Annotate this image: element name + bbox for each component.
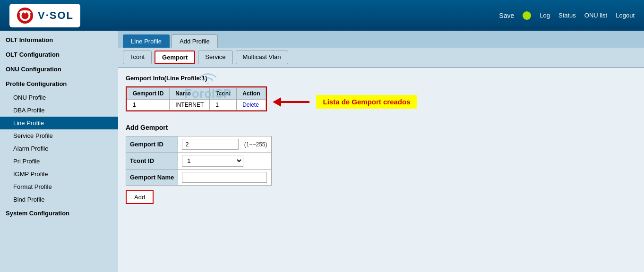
header: V·SOL Save Log Status ONU list Logout [0, 0, 644, 31]
col-header-tcont: Tcont [210, 88, 237, 100]
arrow-head-icon [273, 97, 281, 107]
sidebar-category-profile-config[interactable]: Profile Configuration [0, 76, 118, 91]
annotation-label: Lista de Gemport creados [316, 95, 417, 109]
page-content: Gemport Info(Line Profile:1) Gemport ID … [118, 68, 644, 211]
tab-line-profile[interactable]: Line Profile [123, 34, 170, 48]
sidebar-item-igmp-profile[interactable]: IGMP Profile [0, 168, 118, 180]
sidebar-item-service-profile[interactable]: Service Profile [0, 129, 118, 142]
sidebar-category-olt-config[interactable]: OLT Configuration [0, 47, 118, 62]
table-row: 1 INTERNET 1 Delete [127, 100, 266, 110]
gemport-table-wrapper: Gemport ID Name Tcont Action 1 INTERNET … [126, 86, 267, 111]
cell-tcont: 1 [210, 100, 237, 110]
gemport-name-input[interactable] [182, 172, 267, 183]
logo-text: V·SOL [38, 9, 74, 22]
cell-name: INTERNET [170, 100, 210, 110]
input-cell-gemport-name [178, 170, 271, 186]
input-cell-gemport-id: (1~~255) [178, 136, 271, 153]
gemport-id-range-hint: (1~~255) [244, 141, 267, 148]
cell-gemport-id: 1 [127, 100, 170, 110]
content-area: Line Profile Add Profile Tcont Gemport S… [118, 31, 644, 272]
sidebar-category-onu-config[interactable]: ONU Configuration [0, 62, 118, 76]
onu-list-link[interactable]: ONU list [584, 12, 607, 19]
input-cell-tcont-id: 1 2 3 [178, 153, 271, 170]
sidebar-item-onu-profile[interactable]: ONU Profile [0, 91, 118, 104]
status-indicator [523, 11, 531, 20]
subtab-gemport[interactable]: Gemport [155, 51, 195, 64]
add-button[interactable]: Add [126, 190, 154, 204]
form-row-gemport-id: Gemport ID (1~~255) [126, 136, 272, 153]
col-header-action: Action [237, 88, 266, 100]
sidebar-item-pri-profile[interactable]: Pri Profile [0, 155, 118, 168]
top-tabs-bar: Line Profile Add Profile [118, 31, 644, 48]
label-tcont-id: Tcont ID [126, 153, 178, 170]
sidebar-item-line-profile[interactable]: Line Profile [0, 117, 118, 129]
sidebar-item-bind-profile[interactable]: Bind Profile [0, 193, 118, 206]
gemport-id-input[interactable] [182, 139, 239, 150]
subtab-service[interactable]: Service [198, 51, 232, 64]
form-row-gemport-name: Gemport Name [126, 170, 272, 186]
sub-tabs-bar: Tcont Gemport Service Multicast Vlan [118, 48, 644, 68]
main-layout: OLT Information OLT Configuration ONU Co… [0, 31, 644, 272]
subtab-multicast-vlan[interactable]: Multicast Vlan [236, 51, 288, 64]
col-header-name: Name [170, 88, 210, 100]
arrow-line [281, 101, 309, 103]
logout-link[interactable]: Logout [616, 12, 635, 19]
sidebar-category-system-config[interactable]: System Configuration [0, 206, 118, 221]
logo-area: V·SOL [9, 4, 80, 27]
gemport-table: Gemport ID Name Tcont Action 1 INTERNET … [127, 87, 266, 110]
log-link[interactable]: Log [540, 12, 550, 19]
cell-action[interactable]: Delete [237, 100, 266, 110]
gemport-info-title: Gemport Info(Line Profile:1) [126, 75, 636, 82]
sidebar: OLT Information OLT Configuration ONU Co… [0, 31, 118, 272]
tab-add-profile[interactable]: Add Profile [172, 34, 218, 48]
subtab-tcont[interactable]: Tcont [123, 51, 152, 64]
form-row-tcont-id: Tcont ID 1 2 3 [126, 153, 272, 170]
sidebar-item-alarm-profile[interactable]: Alarm Profile [0, 142, 118, 155]
delete-link[interactable]: Delete [242, 102, 259, 108]
label-gemport-name: Gemport Name [126, 170, 178, 186]
header-right: Save Log Status ONU list Logout [499, 11, 635, 20]
add-gemport-title: Add Gemport [126, 124, 636, 131]
add-gemport-form: Gemport ID (1~~255) Tcont ID 1 2 3 [126, 136, 272, 186]
col-header-gemport-id: Gemport ID [127, 88, 170, 100]
save-button[interactable]: Save [499, 12, 514, 19]
label-gemport-id: Gemport ID [126, 136, 178, 153]
sidebar-category-olt-info[interactable]: OLT Information [0, 33, 118, 47]
sidebar-item-dba-profile[interactable]: DBA Profile [0, 104, 118, 117]
annotation-area: Lista de Gemport creados [274, 95, 417, 109]
status-link[interactable]: Status [558, 12, 576, 19]
tcont-id-select[interactable]: 1 2 3 [182, 155, 243, 167]
sidebar-item-format-profile[interactable]: Format Profile [0, 180, 118, 193]
vsol-logo-icon [16, 7, 34, 25]
